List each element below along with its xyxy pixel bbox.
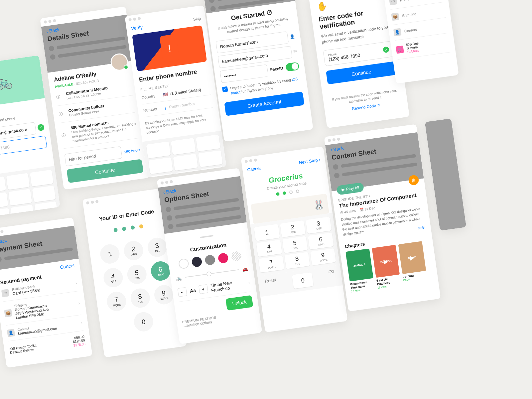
grocer-key-5[interactable]: 5JKL: [282, 236, 308, 253]
phone-placeholder: 3 45 67890: [0, 144, 10, 152]
pin-key-1[interactable]: 1: [99, 243, 121, 265]
box-icon: 📦: [4, 309, 12, 317]
unlock-button[interactable]: Unlock: [226, 295, 253, 311]
number-label: Number: [143, 106, 162, 113]
key-8[interactable]: [11, 204, 34, 217]
pin-dot: [122, 226, 127, 231]
grocer-key-1[interactable]: 1: [254, 224, 280, 241]
chapter-card[interactable]: VENEZIA▶Best UX Practices11 mins: [372, 245, 401, 289]
chapter-card[interactable]: ROME▶For YouiOS P: [398, 241, 428, 285]
pkey[interactable]: [148, 157, 173, 174]
pin-key-8[interactable]: 8TUV: [129, 287, 151, 309]
code-dot: [289, 190, 293, 194]
grocer-key-8[interactable]: 8TUV: [284, 252, 310, 269]
partial-card: [425, 118, 466, 231]
key-4[interactable]: [0, 192, 8, 209]
color-white[interactable]: [178, 258, 190, 269]
key-2[interactable]: [6, 173, 30, 190]
pin-key-0[interactable]: 0: [133, 311, 155, 333]
pin-dot: [130, 225, 135, 230]
grocer-key-6[interactable]: 6MNO: [308, 232, 334, 250]
color-pattern[interactable]: [231, 251, 242, 262]
pkey[interactable]: [151, 173, 175, 178]
minus-button[interactable]: −: [178, 287, 187, 297]
skip-link[interactable]: Skip: [193, 16, 201, 22]
chevron-right-icon[interactable]: ›: [78, 301, 80, 305]
reset-link[interactable]: Reset: [265, 277, 278, 293]
color-pink[interactable]: [217, 252, 229, 264]
color-dark[interactable]: [191, 256, 202, 268]
grocer-key-7[interactable]: 7PQRS: [258, 255, 284, 273]
plus-button[interactable]: +: [199, 284, 208, 294]
grocer-key-9[interactable]: 9WXYZ: [310, 248, 336, 266]
cancel-link[interactable]: Cancel: [247, 166, 261, 172]
chapter-card[interactable]: JAMAICAGuaranteed Timesaver16 mins: [345, 248, 375, 293]
bank-icon: ▭: [1, 289, 10, 297]
pin-key-4[interactable]: 4GHI: [102, 267, 124, 289]
next-step-link[interactable]: Next Step ›: [299, 157, 321, 165]
pin-dot: [139, 224, 144, 229]
pkey[interactable]: [171, 138, 196, 155]
country-value[interactable]: 🇺🇸 +1 (United States): [163, 87, 201, 97]
drag-handle[interactable]: [200, 235, 213, 238]
number-placeholder[interactable]: Phone number: [169, 101, 196, 109]
color-gray[interactable]: [204, 254, 216, 266]
register-link[interactable]: Register: [0, 154, 49, 168]
continue-button[interactable]: Continue: [326, 61, 397, 84]
pkey[interactable]: [196, 134, 221, 151]
font-text[interactable]: Times New Francisco: [210, 278, 246, 293]
contact-icon: 👤: [393, 28, 402, 36]
code-dot: [283, 191, 286, 195]
user-icon: 👤: [289, 30, 296, 43]
aa-text: Aa: [190, 288, 196, 294]
grocer-key-3[interactable]: 3DEF: [306, 217, 332, 234]
verify-link[interactable]: Verify: [131, 24, 143, 31]
pkey[interactable]: [146, 141, 171, 158]
car-icon: 🚗: [242, 266, 248, 272]
mail-icon: ✉: [293, 45, 298, 58]
phone-illustration: !: [132, 25, 207, 71]
ship-text: Shipping: [402, 12, 417, 18]
box-icon: 📦: [391, 13, 399, 21]
key-6[interactable]: [32, 186, 56, 202]
contact-text: Contact: [404, 28, 417, 33]
bike-icon: 🚲: [176, 275, 182, 281]
backspace-icon[interactable]: ⌫: [37, 217, 60, 217]
grocer-key-2[interactable]: 2ABC: [280, 220, 306, 237]
code-dot: [296, 190, 299, 193]
key-7[interactable]: [0, 208, 11, 217]
duration: 45 mins: [344, 209, 356, 214]
contact-icon: 👤: [7, 329, 15, 337]
key-5[interactable]: [8, 189, 32, 206]
country-label: Country: [141, 93, 160, 100]
chevron-right-icon[interactable]: ›: [81, 321, 83, 325]
check-icon: ✓: [37, 124, 45, 131]
key-3[interactable]: [30, 170, 54, 187]
check-icon: ✓: [383, 46, 389, 53]
faceid-toggle[interactable]: [285, 62, 300, 71]
faceid-label: FaceID: [270, 66, 284, 72]
key-9[interactable]: [34, 201, 58, 217]
hours-text: 150 hours: [123, 144, 141, 158]
chevron-right-icon: ›: [248, 280, 250, 285]
phone-field[interactable]: 123 45 67890: [0, 136, 47, 157]
grocer-key-4[interactable]: 4GHI: [256, 240, 282, 257]
code-dot: [276, 192, 280, 196]
pin-dot: [113, 228, 118, 232]
pkey[interactable]: [173, 154, 198, 171]
cart-icon: 🛒: [396, 45, 404, 54]
pin-key-7[interactable]: 7PQRS: [106, 291, 128, 313]
backspace-icon[interactable]: ⌫: [328, 269, 336, 284]
bank-icon: ▭: [389, 0, 397, 5]
key-1[interactable]: [0, 176, 6, 193]
agree-checkbox[interactable]: ✓: [222, 86, 228, 92]
chevron-right-icon[interactable]: ›: [75, 281, 77, 285]
bank-text: Raiffeisen Bank: [400, 0, 426, 2]
pkey[interactable]: [198, 150, 223, 167]
pin-key-5[interactable]: 5JKL: [126, 263, 148, 285]
date: 31 Dec: [364, 206, 375, 211]
pin-key-2[interactable]: 2ABC: [123, 240, 145, 262]
payment-card: ‹ Back Payment Sheet Cancel Secured paym…: [0, 217, 92, 368]
